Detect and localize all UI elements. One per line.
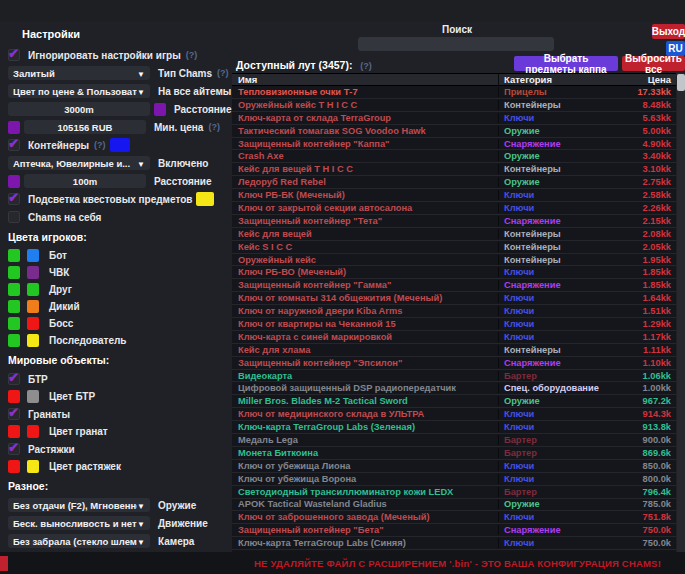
help-icon[interactable]: (?) <box>186 50 198 60</box>
table-row[interactable]: Защищенный контейнер "Бета"Снаряжение750… <box>232 524 676 537</box>
help-icon[interactable]: (?) <box>94 140 106 150</box>
table-row[interactable]: Ледоруб Red RebelОружие2.75kk <box>232 176 676 189</box>
table-row[interactable]: Защищенный контейнер "Тета"Снаряжение2.1… <box>232 215 676 228</box>
table-row[interactable]: Цифровой защищенный DSP радиопередатчикС… <box>232 382 676 395</box>
player-color-swatch-1[interactable] <box>8 300 20 313</box>
table-row[interactable]: Ключ-карта TerraGroup Labs (Синяя)Ключи7… <box>232 537 676 550</box>
scrollbar-thumb[interactable] <box>677 74 685 91</box>
player-color-swatch-2[interactable] <box>27 334 39 347</box>
chams-self-checkbox[interactable] <box>8 211 20 223</box>
player-color-swatch-1[interactable] <box>8 283 20 296</box>
distance-input[interactable] <box>8 102 150 116</box>
player-color-swatch-2[interactable] <box>27 283 39 296</box>
misc-dropdown[interactable]: Без забрала (стекло шлема) <box>8 534 150 548</box>
table-row[interactable]: Тепловизионные очки Т-7Прицелы17.33kk <box>232 86 676 99</box>
table-row[interactable]: Защищенный контейнер "Эпсилон"Снаряжение… <box>232 357 676 370</box>
table-row[interactable]: Монета БиткоинаБартер869.6k <box>232 447 676 460</box>
table-row[interactable]: Ключ от наружной двери Kiba ArmsКлючи1.5… <box>232 305 676 318</box>
ignore-game-settings-checkbox[interactable] <box>8 49 20 61</box>
table-row[interactable]: Ключ от закрытой секции автосалонаКлючи2… <box>232 202 676 215</box>
table-row[interactable]: Тактический томагавк SOG Voodoo HawkОруж… <box>232 125 676 138</box>
player-color-swatch-2[interactable] <box>27 317 39 330</box>
select-kappa-items-button[interactable]: Выбрать предметы каппа <box>514 56 618 71</box>
table-row[interactable]: Ключ от медицинского склада в УЛЬТРАКлюч… <box>232 408 676 421</box>
player-color-swatch-1[interactable] <box>8 317 20 330</box>
player-color-swatch-2[interactable] <box>27 300 39 313</box>
table-row[interactable]: Кейс для вещей T H I C CКонтейнеры3.10kk <box>232 163 676 176</box>
item-name: Кейс для хлама <box>232 345 498 355</box>
world-object-color-swatch-1[interactable] <box>8 425 20 438</box>
world-object-color-swatch-2[interactable] <box>27 390 39 403</box>
misc-dropdown[interactable]: Беск. выносливость и нет уста <box>8 516 150 530</box>
table-row[interactable]: Crash AxeОружие3.40kk <box>232 150 676 163</box>
container-filter-dropdown[interactable]: Аптечка, Ювелирные и... <box>8 156 150 170</box>
color-mode-dropdown[interactable]: Цвет по цене & Пользователь <box>8 84 150 98</box>
container-distance-color-swatch[interactable] <box>8 175 20 188</box>
player-color-swatch-2[interactable] <box>27 249 39 262</box>
scrollbar-track[interactable] <box>677 73 685 552</box>
world-object-color-swatch-1[interactable] <box>8 390 20 403</box>
item-name: Ключ-карта TerraGroup Labs (Зеленая) <box>232 422 498 432</box>
player-color-swatch-1[interactable] <box>8 266 20 279</box>
table-row[interactable]: Ключ-карта от склада TerraGroupКлючи5.63… <box>232 112 676 125</box>
quest-highlight-checkbox[interactable] <box>8 193 20 205</box>
table-row[interactable]: Ключ РБ-ВО (Меченый)Ключи1.85kk <box>232 266 676 279</box>
containers-checkbox[interactable] <box>8 139 20 151</box>
item-category: Оружие <box>498 499 616 509</box>
min-price-input[interactable] <box>24 120 146 134</box>
table-row[interactable]: ВидеокартаБартер1.06kk <box>232 370 676 383</box>
world-object-color-swatch-1[interactable] <box>8 460 20 473</box>
drop-all-button[interactable]: Выбросить все <box>622 56 685 71</box>
player-color-swatch-2[interactable] <box>27 266 39 279</box>
item-name: Ключ-карта с синей маркировкой <box>232 332 498 342</box>
table-row[interactable]: Оружейный кейсКонтейнеры1.95kk <box>232 254 676 267</box>
table-row[interactable]: Ключ от заброшенного завода (Меченый)Клю… <box>232 511 676 524</box>
help-icon[interactable]: (?) <box>217 68 229 78</box>
table-row[interactable]: Ключ от квартиры на Чеканной 15Ключи1.29… <box>232 318 676 331</box>
table-row[interactable]: Защищенный контейнер "Гамма"Снаряжение1.… <box>232 279 676 292</box>
player-color-swatch-1[interactable] <box>8 334 20 347</box>
search-input[interactable] <box>358 37 554 51</box>
column-name[interactable]: Имя <box>232 74 498 85</box>
table-row[interactable]: Светодиодный трансиллюминатор кожи LEDXБ… <box>232 486 676 499</box>
help-icon[interactable]: (?) <box>208 122 220 132</box>
min-price-color-swatch[interactable] <box>8 121 20 134</box>
loot-table-header: Имя Категория Цена <box>232 73 676 86</box>
world-object-checkbox[interactable] <box>8 373 20 385</box>
table-row[interactable]: Оружейный кейс T H I C CКонтейнеры8.48kk <box>232 99 676 112</box>
chams-type-dropdown[interactable]: Залитый <box>8 66 150 80</box>
exit-button[interactable]: Выход <box>652 24 685 39</box>
table-row[interactable]: Ключ от убежища ВоронаКлючи800.0k <box>232 473 676 486</box>
table-row[interactable]: Защищенный контейнер "Каппа"Снаряжение4.… <box>232 138 676 151</box>
table-row[interactable]: Ключ-карта TerraGroup Labs (Зеленая)Ключ… <box>232 421 676 434</box>
world-object-color-swatch-2[interactable] <box>27 460 39 473</box>
table-row[interactable]: Ключ от убежища ЛионаКлючи850.0k <box>232 460 676 473</box>
item-price: 967.2k <box>616 396 676 406</box>
player-color-swatch-1[interactable] <box>8 249 20 262</box>
world-object-color-swatch-2[interactable] <box>27 425 39 438</box>
distance-color-swatch[interactable] <box>154 103 166 116</box>
quest-highlight-color-swatch[interactable] <box>196 192 214 206</box>
table-row[interactable]: Кейс для вещейКонтейнеры2.08kk <box>232 228 676 241</box>
misc-dropdown[interactable]: Без отдачи (F2), Мгновенное п <box>8 498 150 512</box>
table-row[interactable]: Miller Bros. Blades M-2 Tactical SwordОр… <box>232 395 676 408</box>
chevron-down-icon <box>137 536 145 547</box>
table-row[interactable]: Ключ от комнаты 314 общежития (Меченый)К… <box>232 292 676 305</box>
world-object-checkbox[interactable] <box>8 443 20 455</box>
column-price[interactable]: Цена <box>616 74 676 85</box>
world-object-checkbox[interactable] <box>8 408 20 420</box>
table-row[interactable]: Медаль LegaБартер900.0k <box>232 434 676 447</box>
item-price: 914.3k <box>616 409 676 419</box>
table-row[interactable]: APOK Tactical Wasteland GladiusОружие785… <box>232 499 676 512</box>
item-name: Crash Axe <box>232 151 498 161</box>
table-row[interactable]: Кейс для хламаКонтейнеры1.11kk <box>232 344 676 357</box>
table-row[interactable]: Ключ РБ-БК (Меченый)Ключи2.58kk <box>232 189 676 202</box>
table-row[interactable]: Ключ-карта с синей маркировкойКлючи1.17k… <box>232 331 676 344</box>
item-name: Ключ от убежища Ворона <box>232 474 498 484</box>
column-category[interactable]: Категория <box>498 74 616 85</box>
help-icon[interactable]: (?) <box>360 61 372 71</box>
table-row[interactable]: Кейс S I C CКонтейнеры2.05kk <box>232 241 676 254</box>
container-distance-input[interactable] <box>24 174 146 188</box>
item-category: Снаряжение <box>498 216 616 226</box>
containers-color-swatch[interactable] <box>110 138 130 152</box>
